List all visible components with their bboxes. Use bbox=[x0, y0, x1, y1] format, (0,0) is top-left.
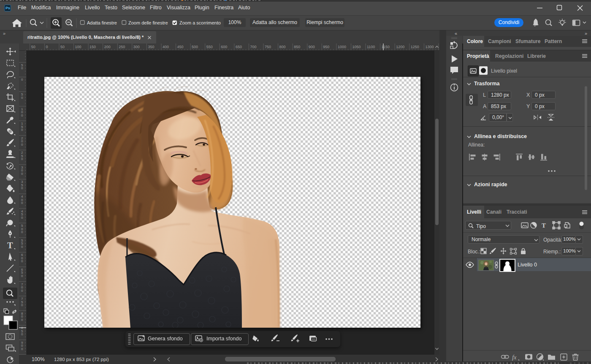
svg-text:1250: 1250 bbox=[411, 45, 419, 49]
svg-text:0: 0 bbox=[21, 318, 23, 322]
svg-text:1000: 1000 bbox=[338, 45, 346, 49]
svg-text:0: 0 bbox=[21, 78, 23, 81]
svg-text:1200: 1200 bbox=[396, 45, 404, 49]
svg-text:1150: 1150 bbox=[382, 45, 390, 49]
svg-text:350: 350 bbox=[148, 45, 154, 49]
svg-text:0: 0 bbox=[21, 172, 23, 176]
svg-text:0: 0 bbox=[21, 230, 23, 234]
svg-text:1100: 1100 bbox=[367, 45, 375, 49]
svg-text:0: 0 bbox=[21, 114, 23, 117]
svg-text:0: 0 bbox=[21, 96, 23, 100]
svg-text:0: 0 bbox=[21, 347, 23, 351]
svg-text:50: 50 bbox=[31, 45, 35, 49]
svg-text:0: 0 bbox=[21, 274, 23, 278]
svg-text:1300: 1300 bbox=[425, 45, 434, 49]
svg-text:0: 0 bbox=[21, 332, 23, 336]
svg-text:0: 0 bbox=[21, 201, 23, 205]
svg-text:0: 0 bbox=[21, 245, 23, 249]
svg-text:1050: 1050 bbox=[352, 45, 361, 49]
svg-text:0: 0 bbox=[21, 128, 23, 132]
svg-text:600: 600 bbox=[221, 45, 227, 49]
svg-text:0: 0 bbox=[21, 143, 23, 147]
svg-text:650: 650 bbox=[236, 45, 242, 49]
svg-text:150: 150 bbox=[89, 45, 96, 49]
svg-text:450: 450 bbox=[177, 45, 184, 49]
svg-text:850: 850 bbox=[294, 45, 300, 49]
svg-text:700: 700 bbox=[250, 45, 257, 49]
svg-text:250: 250 bbox=[119, 45, 125, 49]
svg-text:550: 550 bbox=[206, 45, 213, 49]
svg-text:0: 0 bbox=[21, 186, 23, 190]
svg-text:750: 750 bbox=[265, 45, 271, 49]
svg-text:0: 0 bbox=[46, 45, 48, 49]
svg-text:0: 0 bbox=[21, 259, 23, 263]
svg-text:T: T bbox=[7, 241, 13, 250]
svg-text:500: 500 bbox=[192, 45, 198, 49]
svg-text:800: 800 bbox=[279, 45, 286, 49]
svg-text:0: 0 bbox=[21, 216, 23, 220]
svg-text:fx: fx bbox=[512, 354, 517, 361]
svg-text:300: 300 bbox=[133, 45, 140, 49]
svg-text:0: 0 bbox=[21, 66, 23, 70]
svg-text:T: T bbox=[542, 222, 546, 229]
svg-text:900: 900 bbox=[309, 45, 315, 49]
svg-text:200: 200 bbox=[104, 45, 111, 49]
svg-text:0: 0 bbox=[21, 303, 23, 307]
svg-text:50: 50 bbox=[60, 45, 65, 49]
svg-text:0: 0 bbox=[21, 289, 23, 293]
svg-text:400: 400 bbox=[163, 45, 169, 49]
svg-text:950: 950 bbox=[323, 45, 329, 49]
svg-text:100: 100 bbox=[75, 45, 81, 49]
svg-text:0: 0 bbox=[21, 157, 23, 161]
